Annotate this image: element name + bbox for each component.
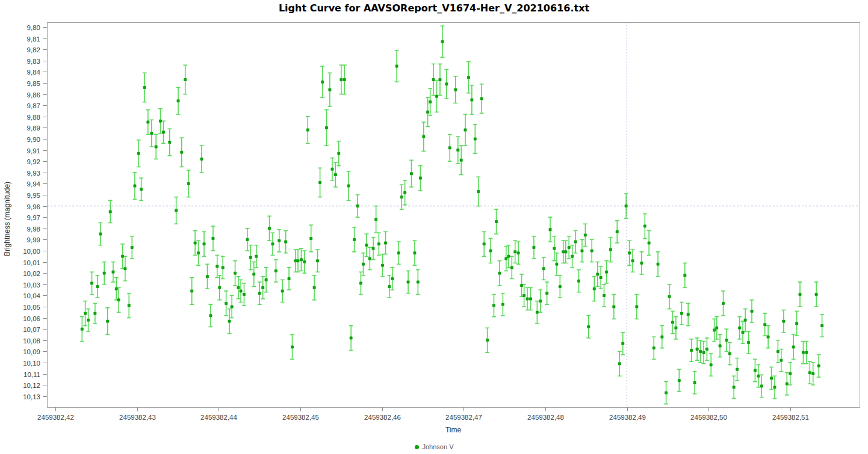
data-point bbox=[802, 351, 805, 354]
data-point bbox=[799, 293, 802, 296]
y-tick-label: 9,95 bbox=[27, 192, 40, 199]
y-tick-label: 9,82 bbox=[27, 46, 40, 54]
data-point bbox=[87, 319, 90, 322]
y-tick-label: 9,91 bbox=[27, 147, 40, 155]
y-tick-label: 9,97 bbox=[27, 214, 40, 221]
data-point bbox=[303, 260, 306, 263]
x-tick-label: 2459382,45 bbox=[282, 414, 319, 421]
data-point bbox=[184, 78, 187, 81]
data-point bbox=[403, 191, 406, 194]
data-point bbox=[391, 277, 394, 280]
y-tick-label: 10,01 bbox=[23, 259, 40, 266]
data-point bbox=[678, 379, 681, 382]
data-point bbox=[277, 239, 281, 242]
y-tick-label: 9,87 bbox=[27, 102, 40, 109]
data-point bbox=[754, 369, 757, 372]
data-point bbox=[532, 246, 535, 249]
data-point bbox=[384, 241, 387, 244]
data-point bbox=[545, 292, 548, 295]
data-point bbox=[580, 249, 583, 252]
data-point bbox=[330, 168, 333, 171]
y-tick-label: 10,00 bbox=[23, 248, 40, 255]
data-point bbox=[177, 99, 180, 102]
y-tick-label: 9,81 bbox=[27, 35, 40, 43]
data-point bbox=[486, 339, 489, 342]
x-tick-label: 2459382,47 bbox=[445, 414, 482, 421]
data-point bbox=[817, 364, 820, 367]
data-point bbox=[587, 325, 590, 328]
data-point bbox=[365, 244, 368, 247]
data-point bbox=[635, 305, 638, 308]
data-point bbox=[553, 247, 556, 250]
y-tick-label: 10,02 bbox=[23, 270, 40, 277]
data-point bbox=[306, 129, 309, 132]
data-point bbox=[559, 285, 562, 288]
data-point bbox=[128, 304, 131, 307]
data-point bbox=[99, 233, 102, 236]
data-point bbox=[422, 135, 425, 138]
legend: Johnson V bbox=[0, 443, 868, 450]
data-point bbox=[605, 271, 608, 274]
y-tick-label: 10,09 bbox=[23, 348, 40, 355]
data-point bbox=[811, 372, 814, 375]
y-tick-label: 10,04 bbox=[23, 292, 40, 299]
data-point bbox=[631, 259, 634, 262]
data-point bbox=[671, 321, 674, 324]
x-tick-label: 2459382,44 bbox=[200, 414, 237, 421]
y-tick-label: 9,86 bbox=[27, 91, 40, 99]
data-point bbox=[109, 210, 112, 213]
data-point bbox=[612, 305, 615, 308]
data-point bbox=[274, 269, 277, 272]
data-point bbox=[815, 293, 818, 296]
data-point bbox=[328, 88, 331, 91]
x-tick-label: 2459382,42 bbox=[37, 414, 74, 421]
data-point bbox=[381, 264, 384, 267]
data-point bbox=[786, 382, 789, 385]
data-point bbox=[297, 259, 300, 262]
data-point bbox=[625, 204, 628, 207]
data-point bbox=[795, 322, 798, 325]
data-point bbox=[693, 381, 696, 384]
data-point bbox=[200, 158, 203, 161]
data-point bbox=[789, 372, 792, 375]
data-point bbox=[441, 40, 444, 43]
data-point bbox=[261, 286, 264, 289]
data-point bbox=[699, 350, 702, 353]
y-axis: 9,809,819,829,839,849,859,869,879,889,89… bbox=[23, 24, 47, 400]
data-point bbox=[155, 146, 158, 149]
data-point bbox=[456, 149, 459, 152]
data-point bbox=[539, 299, 542, 302]
data-point bbox=[640, 262, 643, 265]
x-tick-label: 2459382,48 bbox=[527, 414, 564, 421]
data-point bbox=[603, 294, 606, 297]
data-point bbox=[146, 121, 149, 124]
y-tick-label: 9,85 bbox=[27, 80, 40, 87]
data-point bbox=[542, 267, 545, 270]
data-point bbox=[464, 129, 467, 132]
data-point bbox=[162, 130, 165, 133]
legend-label: Johnson V bbox=[423, 443, 454, 450]
data-point bbox=[713, 329, 716, 332]
y-tick-label: 9,89 bbox=[27, 124, 40, 132]
data-point bbox=[621, 342, 624, 345]
y-tick-label: 10,10 bbox=[23, 360, 40, 367]
light-curve-app: { "title": "Light Curve for AAVSOReport_… bbox=[0, 0, 868, 454]
data-point bbox=[180, 151, 183, 154]
data-point bbox=[600, 276, 603, 279]
data-point bbox=[268, 227, 271, 230]
data-point bbox=[93, 312, 96, 315]
data-point bbox=[429, 100, 432, 103]
data-point bbox=[808, 371, 811, 374]
data-point bbox=[388, 285, 391, 288]
data-point bbox=[747, 341, 750, 344]
data-point bbox=[435, 95, 438, 98]
y-tick-label: 10,03 bbox=[23, 281, 40, 289]
data-point bbox=[687, 313, 690, 316]
data-point bbox=[719, 345, 722, 348]
data-point bbox=[123, 267, 126, 270]
data-point bbox=[438, 78, 441, 81]
y-tick-label: 10,05 bbox=[23, 304, 40, 311]
data-point bbox=[106, 320, 109, 323]
data-point bbox=[477, 190, 480, 193]
x-axis-title: Time bbox=[47, 426, 860, 434]
